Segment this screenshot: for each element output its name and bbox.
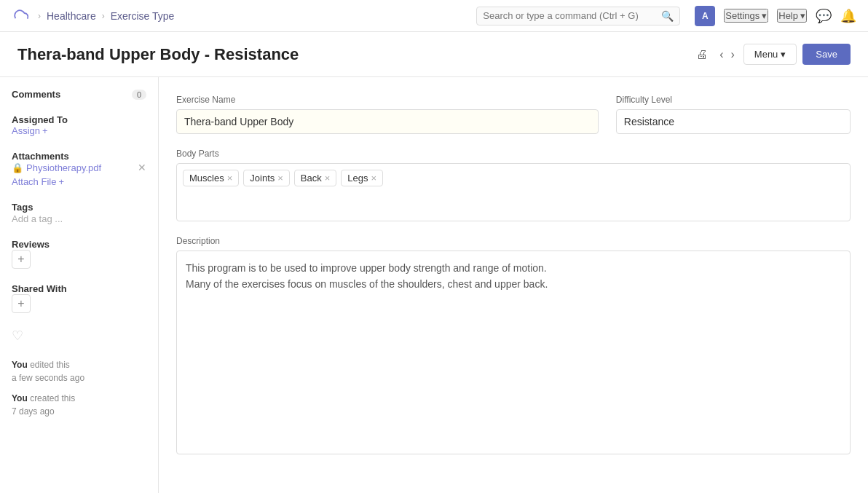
next-button[interactable]: › [728,45,738,64]
remove-attachment-button[interactable]: ✕ [138,162,146,173]
activity-2-action: created this [30,393,75,403]
attachment-file: 🔒 Physiotherapy.pdf ✕ [12,162,146,173]
heart-icon[interactable]: ♡ [12,328,146,344]
body-part-chip: Legs× [341,170,383,186]
body-part-chip: Back× [294,170,337,186]
prev-button[interactable]: ‹ [717,45,726,64]
activity-1-you: You [12,360,28,370]
add-review-button[interactable]: + [12,250,31,269]
exercise-name-input[interactable] [176,109,599,134]
help-button[interactable]: Help ▾ [777,9,807,23]
comments-count: 0 [132,90,146,100]
shared-with-label: Shared With [12,283,146,294]
difficulty-label: Difficulty Level [616,95,851,105]
exercise-name-group: Exercise Name [176,95,599,134]
remove-chip-button[interactable]: × [277,173,283,183]
remove-chip-button[interactable]: × [227,173,233,183]
attachment-file-link[interactable]: 🔒 Physiotherapy.pdf [12,162,101,173]
description-section: Description [176,236,851,457]
notification-icon[interactable]: 🔔 [840,8,856,24]
form-row-1: Exercise Name Difficulty Level [176,95,851,134]
shared-with-section: Shared With + [12,283,146,313]
menu-button[interactable]: Menu ▾ [743,44,797,65]
activity-log: You edited this a few seconds ago You cr… [12,358,146,418]
comments-section: Comments 0 [12,89,146,100]
difficulty-group: Difficulty Level [616,95,851,134]
breadcrumb-chevron-1: › [38,11,41,21]
content-area: Exercise Name Difficulty Level Body Part… [159,77,868,493]
body-parts-input-area[interactable]: Muscles×Joints×Back×Legs× [176,163,851,221]
save-button[interactable]: Save [802,44,851,65]
remove-chip-button[interactable]: × [325,173,331,183]
activity-item-2: You created this 7 days ago [12,392,146,418]
comments-header: Comments 0 [12,89,146,100]
body-parts-label: Body Parts [176,149,851,159]
tags-section: Tags Add a tag ... [12,202,146,224]
app-logo[interactable] [12,6,32,26]
page-title: Thera-band Upper Body - Resistance [17,45,299,64]
print-button[interactable]: 🖨 [693,45,711,64]
nav-right-actions: A Settings ▾ Help ▾ 💬 🔔 [695,6,856,26]
difficulty-input[interactable] [616,109,851,134]
exercise-name-label: Exercise Name [176,95,599,105]
assigned-to-section: Assigned To Assign + [12,114,146,136]
reviews-section: Reviews + [12,239,146,269]
remove-chip-button[interactable]: × [371,173,377,183]
page-header: Thera-band Upper Body - Resistance 🖨 ‹ ›… [0,32,868,77]
activity-1-action: edited this [30,360,70,370]
activity-2-time: 7 days ago [12,406,55,417]
activity-2-you: You [12,393,28,403]
assign-link[interactable]: Assign + [12,125,146,136]
description-label: Description [176,236,851,246]
tags-label: Tags [12,202,146,213]
search-bar[interactable]: 🔍 [476,7,680,25]
assigned-to-label: Assigned To [12,114,146,125]
body-parts-group: Body Parts Muscles×Joints×Back×Legs× [176,149,851,221]
user-avatar[interactable]: A [695,6,715,26]
header-actions: 🖨 ‹ › Menu ▾ Save [693,44,851,65]
sidebar: Comments 0 Assigned To Assign + Attachme… [0,77,159,493]
breadcrumb-chevron-2: › [102,11,105,21]
body-part-chip: Muscles× [183,170,239,186]
nav-arrows: ‹ › [717,45,738,64]
description-textarea[interactable] [176,251,851,454]
breadcrumb-exercise-type[interactable]: Exercise Type [111,10,175,22]
comments-label: Comments [12,89,60,100]
settings-button[interactable]: Settings ▾ [724,9,768,23]
activity-item-1: You edited this a few seconds ago [12,358,146,384]
attachments-label: Attachments [12,151,146,162]
search-icon: 🔍 [661,10,674,22]
attach-file-link[interactable]: Attach File + [12,176,146,187]
top-nav: › Healthcare › Exercise Type 🔍 A Setting… [0,0,868,32]
chat-icon[interactable]: 💬 [816,8,832,24]
main-layout: Comments 0 Assigned To Assign + Attachme… [0,77,868,493]
search-input[interactable] [483,10,661,21]
breadcrumb-healthcare[interactable]: Healthcare [47,10,96,22]
activity-1-time: a few seconds ago [12,373,84,383]
body-part-chip: Joints× [243,170,290,186]
add-tag-input[interactable]: Add a tag ... [12,213,63,224]
add-shared-button[interactable]: + [12,294,31,313]
attachments-section: Attachments 🔒 Physiotherapy.pdf ✕ Attach… [12,151,146,187]
reviews-label: Reviews [12,239,146,250]
